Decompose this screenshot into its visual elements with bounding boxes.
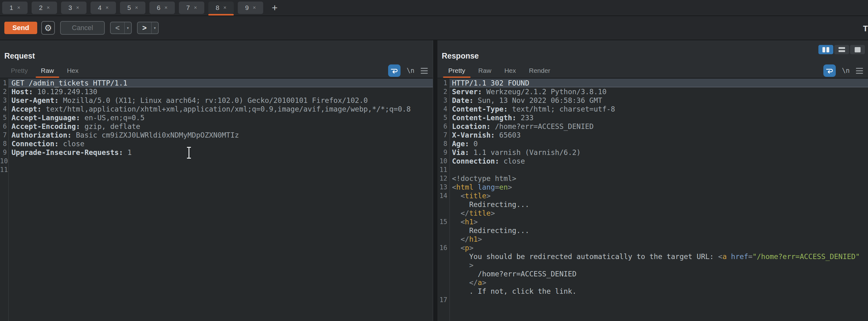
repeater-tab-4[interactable]: 4× [91, 2, 116, 14]
code-segment: Content-Length: [452, 114, 517, 122]
tab-close-icon[interactable]: × [223, 5, 226, 11]
tab-close-icon[interactable]: × [17, 5, 20, 11]
code-text: Host: 10.129.249.130 [8, 87, 433, 96]
forward-chevron-icon: > [137, 22, 151, 33]
burp-repeater-window: 1×2×3×4×5×6×7×8×9× + Send ⚙ Cancel < ▼ >… [0, 0, 868, 321]
code-segment: Connection: [452, 157, 499, 165]
rows-layout-icon[interactable] [834, 45, 849, 54]
line-number [437, 226, 450, 235]
settings-button[interactable]: ⚙ [41, 21, 55, 35]
single-pane-layout-icon[interactable] [850, 45, 865, 54]
line-number: 1 [437, 79, 450, 87]
code-line: </h1> [437, 235, 868, 244]
newline-icon[interactable]: \n [842, 67, 850, 74]
repeater-tab-label: 5 [127, 4, 131, 11]
code-segment: Connection: [11, 140, 59, 148]
repeater-tab-bar: 1×2×3×4×5×6×7×8×9× + [0, 0, 868, 16]
tab-label: Raw [41, 67, 54, 74]
repeater-tab-7[interactable]: 7× [179, 2, 204, 14]
send-button[interactable]: Send [4, 22, 37, 34]
panel-divider[interactable] [433, 40, 437, 321]
code-segment [452, 209, 461, 217]
tab-close-icon[interactable]: × [46, 5, 50, 11]
word-wrap-icon[interactable] [388, 64, 401, 77]
code-line: 3Date: Sun, 13 Nov 2022 06:58:36 GMT [437, 96, 868, 105]
code-text: Accept: text/html,application/xhtml+xml,… [8, 105, 433, 114]
code-line: 10Connection: close [437, 157, 868, 165]
menu-icon[interactable] [856, 68, 863, 74]
repeater-tab-8[interactable]: 8× [208, 2, 234, 14]
code-text: Accept-Language: en-US,en;q=0.5 [8, 114, 433, 122]
code-line: 5Accept-Language: en-US,en;q=0.5 [0, 114, 433, 122]
tab-close-icon[interactable]: × [194, 5, 197, 11]
code-segment: > [469, 244, 473, 252]
code-text: X-Varnish: 65603 [450, 131, 868, 139]
repeater-tab-1[interactable]: 1× [2, 2, 28, 14]
code-segment: title [465, 192, 486, 200]
response-tab-pretty[interactable]: Pretty [442, 64, 472, 78]
repeater-tab-9[interactable]: 9× [238, 2, 263, 14]
code-segment: Mozilla/5.0 (X11; Linux aarch64; rv:102.… [59, 96, 368, 104]
code-segment: < [461, 218, 465, 226]
code-line: 1GET /admin_tickets HTTP/1.1 [0, 79, 433, 87]
request-tab-pretty[interactable]: Pretty [4, 64, 34, 78]
back-dropdown-button[interactable]: ▼ [124, 22, 131, 33]
code-line: 14 <title> [437, 191, 868, 200]
code-segment: 1.1 varnish (Varnish/6.2) [469, 149, 581, 157]
code-text: Redirecting... [450, 200, 868, 209]
code-line: /home?err=ACCESS_DENIED [437, 269, 868, 278]
tab-close-icon[interactable]: × [164, 5, 167, 11]
response-editor[interactable]: 1HTTP/1.1 302 FOUND2Server: Werkzeug/2.1… [437, 78, 868, 321]
code-line: 13<html lang=en> [437, 183, 868, 191]
code-text: User-Agent: Mozilla/5.0 (X11; Linux aarc… [8, 96, 433, 105]
code-segment: gzip, deflate [80, 122, 141, 130]
history-back-button[interactable]: < ▼ [110, 22, 132, 34]
code-segment: Werkzeug/2.1.2 Python/3.8.10 [482, 88, 607, 96]
menu-icon[interactable] [421, 68, 428, 74]
code-line: 2Server: Werkzeug/2.1.2 Python/3.8.10 [437, 87, 868, 96]
history-forward-button[interactable]: > ▼ [137, 22, 159, 34]
code-segment: href [731, 253, 748, 261]
response-tab-raw[interactable]: Raw [472, 64, 498, 78]
newline-icon[interactable]: \n [407, 67, 414, 74]
line-number: 10 [0, 157, 8, 165]
new-tab-button[interactable]: + [269, 2, 280, 13]
line-number: 15 [437, 218, 450, 226]
code-text: <!doctype html> [450, 174, 868, 183]
tab-close-icon[interactable]: × [135, 5, 138, 11]
forward-dropdown-button[interactable]: ▼ [151, 22, 158, 33]
line-number [437, 269, 450, 278]
code-segment: Server: [452, 88, 482, 96]
line-number: 11 [0, 165, 8, 174]
repeater-tab-3[interactable]: 3× [61, 2, 87, 14]
line-number: 10 [437, 157, 450, 165]
repeater-tab-2[interactable]: 2× [32, 2, 57, 14]
code-segment: Accept-Encoding: [11, 122, 80, 130]
code-line: 8Connection: close [0, 139, 433, 148]
code-segment: GET /admin_tickets HTTP/1.1 [11, 79, 127, 87]
request-tab-hex[interactable]: Hex [60, 64, 85, 78]
request-panel-title: Request [4, 52, 35, 60]
code-segment: Age: [452, 140, 469, 148]
code-segment: 1 [123, 149, 132, 157]
word-wrap-icon[interactable] [824, 64, 836, 77]
repeater-tab-6[interactable]: 6× [149, 2, 175, 14]
response-tab-render[interactable]: Render [522, 64, 557, 78]
selected-tab-underline [208, 14, 234, 15]
response-tab-hex[interactable]: Hex [498, 64, 522, 78]
tab-close-icon[interactable]: × [76, 5, 79, 11]
code-segment: /home?err=ACCESS_DENIED [491, 122, 594, 130]
request-editor[interactable]: 1GET /admin_tickets HTTP/1.12Host: 10.12… [0, 78, 433, 321]
line-number: 2 [0, 87, 8, 96]
tab-close-icon[interactable]: × [105, 5, 108, 11]
cancel-button[interactable]: Cancel [60, 21, 105, 35]
code-text: You should be redirected automatically t… [450, 252, 868, 261]
tab-close-icon[interactable]: × [253, 5, 256, 11]
code-text [450, 296, 868, 304]
repeater-tab-5[interactable]: 5× [120, 2, 145, 14]
code-text: Via: 1.1 varnish (Varnish/6.2) [450, 148, 868, 157]
line-number: 8 [437, 139, 450, 148]
columns-layout-icon[interactable] [818, 45, 833, 54]
code-segment: You should be redirected automatically t… [452, 253, 718, 261]
request-tab-raw[interactable]: Raw [34, 64, 60, 78]
